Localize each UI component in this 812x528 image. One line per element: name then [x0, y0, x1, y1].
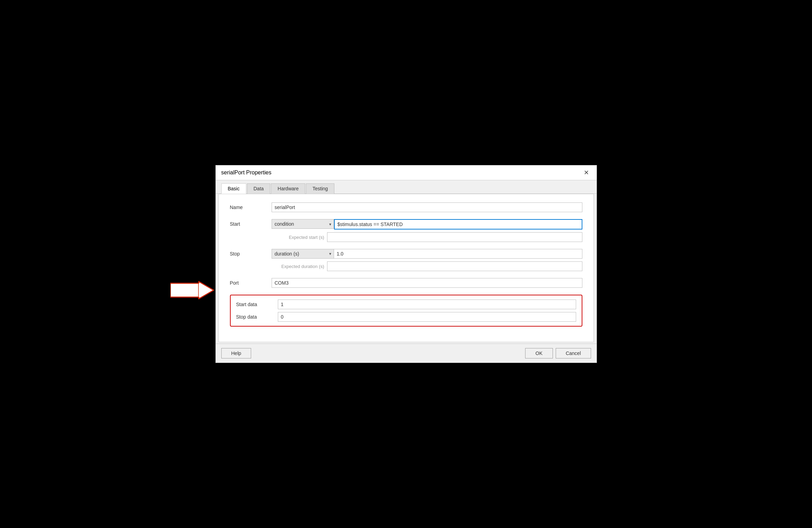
close-button[interactable]: ✕ — [582, 169, 591, 176]
start-controls: condition immediate signal Expected star… — [272, 219, 582, 242]
footer-left: Help — [221, 348, 251, 358]
stop-row: Stop duration (s) condition signal — [230, 249, 582, 271]
title-bar: serialPort Properties ✕ — [216, 165, 597, 180]
stop-label: Stop — [230, 249, 272, 257]
port-label: Port — [230, 278, 272, 286]
stop-duration-input[interactable] — [334, 249, 582, 259]
ok-button[interactable]: OK — [525, 348, 553, 358]
data-section: Start data Stop data — [230, 295, 582, 327]
dialog: serialPort Properties ✕ Basic Data Hardw… — [215, 165, 597, 363]
start-data-input[interactable] — [278, 300, 576, 309]
name-controls — [272, 202, 582, 212]
annotation-arrow — [170, 280, 215, 301]
start-input-row: condition immediate signal — [272, 219, 582, 230]
start-expected-input[interactable] — [327, 232, 582, 242]
dialog-title: serialPort Properties — [221, 170, 272, 176]
stop-expected-row: Expected duration (s) — [272, 261, 582, 271]
start-condition-wrapper: condition immediate signal — [272, 219, 334, 230]
name-input[interactable] — [272, 202, 582, 212]
start-condition-select[interactable]: condition immediate signal — [272, 219, 334, 229]
start-expected-row: Expected start (s) — [272, 232, 582, 242]
start-data-label: Start data — [236, 300, 278, 307]
stop-data-row: Stop data — [236, 312, 576, 322]
dialog-wrapper: serialPort Properties ✕ Basic Data Hardw… — [215, 165, 597, 363]
tab-bar: Basic Data Hardware Testing — [216, 180, 597, 194]
port-input[interactable] — [272, 278, 582, 288]
start-data-controls — [278, 300, 576, 309]
stop-input-row: duration (s) condition signal — [272, 249, 582, 259]
port-controls — [272, 278, 582, 288]
svg-rect-0 — [170, 283, 200, 297]
start-condition-input[interactable] — [334, 219, 582, 230]
start-row: Start condition immediate signal — [230, 219, 582, 242]
cancel-button[interactable]: Cancel — [556, 348, 591, 358]
tab-hardware[interactable]: Hardware — [271, 183, 305, 194]
dialog-body: Name Start condition immediate signal — [219, 194, 594, 342]
stop-controls: duration (s) condition signal Expected d… — [272, 249, 582, 271]
stop-data-controls — [278, 312, 576, 322]
stop-duration-select[interactable]: duration (s) condition signal — [272, 249, 334, 259]
stop-data-input[interactable] — [278, 312, 576, 322]
name-row: Name — [230, 202, 582, 212]
tab-data[interactable]: Data — [247, 183, 271, 194]
dialog-footer: Help OK Cancel — [216, 344, 597, 363]
stop-expected-input[interactable] — [327, 261, 582, 271]
start-label: Start — [230, 219, 272, 227]
help-button[interactable]: Help — [221, 348, 251, 358]
stop-data-label: Stop data — [236, 312, 278, 320]
stop-duration-wrapper: duration (s) condition signal — [272, 249, 334, 259]
start-expected-label: Expected start (s) — [272, 235, 327, 240]
name-label: Name — [230, 202, 272, 210]
tab-basic[interactable]: Basic — [221, 183, 246, 194]
start-data-row: Start data — [236, 300, 576, 309]
port-row: Port — [230, 278, 582, 288]
stop-expected-label: Expected duration (s) — [272, 264, 327, 269]
tab-testing[interactable]: Testing — [306, 183, 334, 194]
footer-right: OK Cancel — [525, 348, 591, 358]
